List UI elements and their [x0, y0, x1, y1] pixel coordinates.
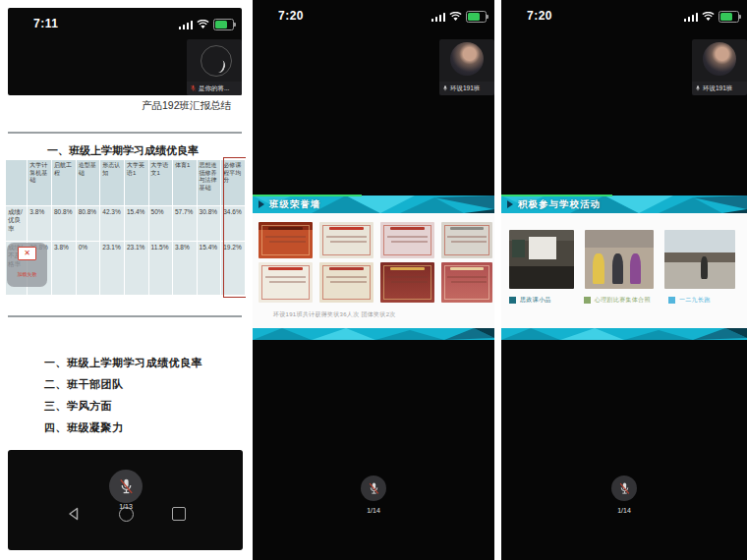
mic-muted-icon — [618, 481, 631, 496]
col-header: 必修课程平均分 — [221, 160, 245, 205]
table-cell: 57.7% — [173, 206, 197, 241]
table-cell: 80.8% — [77, 206, 100, 241]
mic-on-icon — [695, 84, 701, 92]
speaker-avatar — [703, 42, 736, 76]
mic-muted-icon — [190, 84, 197, 92]
certificate-row-1 — [259, 222, 492, 258]
mic-muted-icon — [368, 481, 380, 496]
mic-muted-icon — [118, 477, 135, 496]
legend-label: 思政课小品 — [520, 296, 551, 305]
battery-icon — [213, 19, 234, 30]
middle-speaker-video-thumbnail[interactable]: 环设191班 — [439, 39, 494, 95]
nav-back-icon[interactable] — [67, 507, 81, 521]
mic-mute-button[interactable] — [361, 476, 386, 501]
wifi-icon — [197, 20, 209, 29]
right-thumb-label: 环设191班 — [703, 84, 732, 93]
teal-footer-strip — [501, 328, 747, 340]
outline-item-1: 一、班级上学期学习成绩优良率 — [44, 356, 202, 370]
col-header: 大学计算机基础 — [28, 160, 51, 205]
broken-image-error-text: 加载失败 — [18, 271, 37, 277]
left-self-video-thumbnail[interactable]: 是你的将... — [187, 39, 242, 95]
left-bottom-bar: 1/13 — [8, 450, 243, 550]
honor-caption: 环设191班共计获得奖状36人次 团体奖状2次 — [273, 310, 396, 319]
divider — [8, 315, 242, 317]
broken-image-placeholder[interactable]: ✕ 加载失败 — [7, 243, 47, 287]
panel-right-activities: 7:20 环设191班 — [501, 0, 747, 560]
panel-left-meeting-doc: 7:11 是你的将... 产品192班汇报总结 一、班级上学期学习成绩优良率 — [0, 0, 246, 560]
certificate-photo — [380, 222, 434, 258]
middle-status-bar: 7:20 — [253, 0, 494, 29]
teal-footer-strip — [253, 328, 494, 340]
table-cell: 3.8% — [28, 206, 51, 241]
table-cell: 0% — [77, 242, 100, 295]
activity-photo-row — [509, 230, 735, 289]
certificate-photo — [441, 262, 492, 303]
col-header: 造型基础 — [77, 160, 100, 205]
legend-swatch — [668, 297, 675, 304]
col-header: 思想道德修养与法律基础 — [198, 160, 221, 205]
three-phone-screenshots: 7:11 是你的将... 产品192班汇报总结 一、班级上学期学习成绩优良率 — [0, 0, 747, 560]
table-cell: 11.5% — [149, 242, 172, 295]
table-cell: 15.4% — [125, 206, 148, 241]
banner-arrow-icon — [259, 200, 264, 208]
middle-status-time: 7:20 — [278, 9, 304, 23]
table-cell: 50% — [149, 206, 172, 241]
teal-polygon-strip-bg — [501, 328, 747, 340]
table-cell: 15.4% — [198, 242, 221, 295]
certificate-photo — [319, 262, 374, 303]
wifi-icon — [702, 12, 715, 22]
table-cell: 34.6% — [221, 206, 245, 241]
certificate-photo — [319, 222, 374, 258]
left-status-time: 7:11 — [33, 17, 58, 30]
right-status-bar: 7:20 — [501, 0, 747, 29]
banner-title: 班级荣誉墙 — [269, 198, 321, 211]
mic-mute-button[interactable] — [611, 476, 637, 501]
table-cell: 80.8% — [52, 206, 76, 241]
table-corner-cell — [6, 160, 27, 205]
left-video-area: 7:11 是你的将... — [8, 8, 242, 95]
teal-polygon-strip-bg — [253, 328, 494, 340]
table-cell: 3.8% — [52, 242, 76, 295]
table-section-title: 一、班级上学期学习成绩优良率 — [0, 143, 246, 158]
left-status-bar: 7:11 — [8, 8, 242, 37]
left-thumb-label: 是你的将... — [199, 84, 229, 93]
broken-image-icon: ✕ — [18, 247, 36, 260]
legend-label: 心理剧比赛集体合照 — [595, 296, 651, 305]
table-cell: 23.1% — [125, 242, 148, 295]
activities-banner: 积极参与学校活动 — [501, 196, 747, 213]
legend-item-psych-contest: 心理剧比赛集体合照 — [584, 296, 651, 305]
col-header: 体育1 — [173, 160, 197, 205]
activity-photo-classroom — [509, 230, 574, 289]
page-indicator: 1/14 — [603, 507, 646, 514]
certificate-photo — [259, 262, 313, 303]
table-cell: 19.2% — [221, 242, 245, 295]
activity-photo-run — [664, 230, 735, 289]
activity-photo-group — [585, 230, 654, 289]
legend-swatch — [509, 297, 516, 304]
right-speaker-video-thumbnail[interactable]: 环设191班 — [692, 39, 747, 95]
panel-middle-honor-wall: 7:20 环设191班 — [253, 0, 494, 560]
page-indicator: 1/13 — [104, 503, 147, 510]
certificate-photo — [259, 222, 313, 258]
table-cell: 42.3% — [100, 206, 124, 241]
outline-item-3: 三、学风方面 — [44, 399, 112, 414]
col-header: 启航工程 — [52, 160, 76, 205]
table-cell: 30.8% — [198, 206, 221, 241]
cellular-signal-icon — [684, 13, 699, 22]
table-cell: 23.1% — [100, 242, 124, 295]
banner-title: 积极参与学校活动 — [518, 198, 601, 211]
honor-wall-banner: 班级荣誉墙 — [253, 196, 494, 213]
banner-arrow-icon — [507, 200, 513, 208]
mic-mute-button[interactable] — [109, 470, 143, 503]
outline-item-4: 四、班级凝聚力 — [44, 420, 124, 435]
cellular-signal-icon — [179, 21, 194, 29]
col-header: 形态认知 — [100, 160, 124, 205]
legend-swatch — [584, 297, 591, 304]
nav-recents-icon[interactable] — [172, 507, 186, 521]
outline-item-2: 二、班干部团队 — [44, 377, 124, 392]
col-header: 大学英语1 — [125, 160, 148, 205]
col-header: 大学语文1 — [149, 160, 172, 205]
battery-icon — [466, 11, 487, 23]
wifi-icon — [449, 12, 462, 22]
document-title: 产品192班汇报总结 — [142, 99, 231, 113]
